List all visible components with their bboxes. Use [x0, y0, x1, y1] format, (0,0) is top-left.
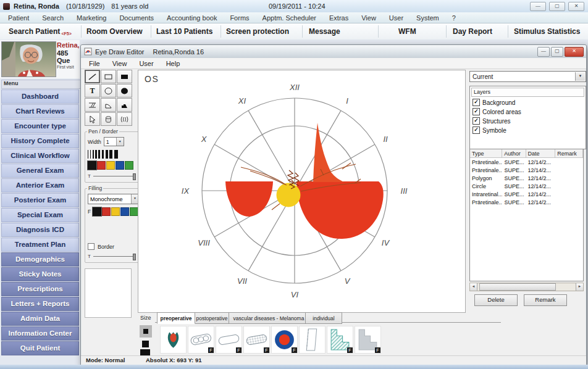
sidebar-item-diagnosis-icd[interactable]: Diagnosis ICD — [1, 223, 79, 237]
filled-rectangle-tool-button[interactable] — [117, 70, 132, 83]
table-row[interactable]: CircleSUPE... 12/14/2... — [470, 182, 583, 190]
sidebar-item-chart-reviews[interactable]: Chart Reviews — [1, 104, 79, 118]
sidebar-item-posterior-exam[interactable]: Posterior Exam — [1, 193, 79, 207]
filled-polygon-tool-button[interactable] — [117, 98, 132, 112]
sidebar-item-general-exam[interactable]: General Exam — [1, 164, 79, 178]
size-small-option[interactable] — [140, 325, 152, 338]
filling-mode-select[interactable]: Monochrome — [88, 194, 139, 204]
scroll-left-icon[interactable] — [470, 283, 477, 291]
size-medium-option[interactable] — [142, 341, 149, 347]
polygon-tool-button[interactable] — [101, 98, 116, 112]
editor-menu-help[interactable]: Help — [166, 60, 180, 67]
stamp-tile-stairs-teal[interactable]: F — [327, 326, 353, 354]
editor-menu-view[interactable]: View — [112, 60, 127, 67]
remark-button[interactable]: Remark — [524, 294, 567, 306]
minimize-icon[interactable] — [530, 2, 546, 11]
pen-color-green[interactable] — [125, 161, 133, 170]
search-patient-button[interactable]: Search Patient <F5> — [9, 23, 72, 39]
ellipse-tool-button[interactable] — [101, 84, 116, 97]
layer-row-structures[interactable]: Structures — [471, 117, 584, 125]
tab-preoperative[interactable]: preoperative — [157, 312, 195, 324]
menu-item-marketing[interactable]: Marketing — [77, 14, 106, 22]
checkbox-checked-icon[interactable] — [472, 126, 480, 134]
editor-title-bar[interactable]: Eye Draw Editor Retina,Ronda 16 — [81, 45, 586, 59]
table-row[interactable]: Präretinale...SUPE... 12/14/2... — [470, 198, 583, 206]
sidebar-item-anterior-exam[interactable]: Anterior Exam — [1, 178, 79, 193]
sidebar-item-quit-patient[interactable]: Quit Patient — [1, 341, 79, 355]
fill-color-yellow[interactable] — [111, 207, 120, 216]
tab-individual[interactable]: individual — [305, 312, 342, 324]
border-checkbox[interactable] — [88, 243, 94, 250]
checkbox-checked-icon[interactable] — [472, 108, 480, 115]
sidebar-item-admin-data[interactable]: Admin Data — [1, 312, 79, 326]
menu-item-patient[interactable]: Patient — [8, 14, 29, 22]
hatch-tool-button[interactable] — [85, 98, 100, 112]
editor-menu-user[interactable]: User — [139, 60, 153, 67]
table-row[interactable]: Präretinale...SUPE... 12/14/2... — [470, 158, 583, 166]
stamp-tile-stairs-gray[interactable]: F — [355, 326, 381, 354]
maximize-icon[interactable] — [549, 2, 565, 11]
table-row[interactable]: PolygonSUPE... 12/14/2... — [470, 174, 583, 182]
table-row[interactable]: Präretinale...SUPE... 12/14/2... — [470, 166, 583, 174]
filled-ellipse-tool-button[interactable] — [117, 84, 132, 97]
close-icon[interactable] — [568, 2, 584, 11]
rectangle-tool-button[interactable] — [101, 70, 116, 83]
menu-item-view[interactable]: View — [361, 14, 376, 22]
editor-minimize-icon[interactable] — [537, 47, 550, 57]
menu-item-documents[interactable]: Documents — [119, 14, 154, 22]
stamp-tile-lesion[interactable] — [160, 326, 187, 354]
checkbox-checked-icon[interactable] — [472, 117, 480, 125]
last-10-patients-button[interactable]: Last 10 Patients — [156, 23, 212, 39]
tab-postoperative[interactable]: postoperative — [191, 312, 232, 324]
sidebar-item-information-center[interactable]: Information Center — [1, 326, 79, 341]
menu-item-user[interactable]: User — [389, 14, 403, 22]
eye-chart-svg[interactable]: XII I II III IV V VI VII VIII IX X XI — [138, 70, 465, 312]
editor-close-icon[interactable] — [565, 47, 584, 57]
pen-color-blue[interactable] — [116, 161, 124, 170]
sidebar-item-history-complete[interactable]: History Complete — [1, 134, 79, 148]
sidebar-item-sticky-notes[interactable]: Sticky Notes — [1, 267, 79, 281]
slider-thumb[interactable] — [133, 254, 136, 260]
fill-color-black[interactable] — [93, 207, 101, 216]
delete-button[interactable]: Delete — [474, 294, 518, 306]
fill-transparency-slider[interactable]: T — [88, 254, 136, 259]
checkbox-checked-icon[interactable] — [472, 99, 480, 106]
pen-color-red[interactable] — [97, 161, 106, 170]
menu-item-help[interactable]: ? — [452, 14, 456, 22]
pen-color-black[interactable] — [88, 161, 96, 170]
sidebar-item-treatment-plan[interactable]: Treatment Plan — [1, 238, 79, 252]
sidebar-item-clinical-workflow[interactable]: Clinical Workflow — [1, 149, 79, 163]
slider-thumb[interactable] — [133, 173, 136, 180]
screen-protection-button[interactable]: Screen protection — [226, 23, 289, 39]
stamp-tool-button[interactable] — [117, 112, 132, 126]
editor-menu-file[interactable]: File — [89, 60, 100, 67]
tab-vascular-diseases-melanoma[interactable]: vascular diseases - Melanoma — [229, 312, 309, 324]
stamp-tile-trapezoid[interactable] — [299, 326, 326, 354]
pen-color-yellow[interactable] — [106, 161, 115, 170]
layer-row-colored-areas[interactable]: Colored areas — [471, 108, 584, 115]
col-header-date[interactable]: Date — [526, 149, 556, 158]
wfm-button[interactable]: WFM — [398, 23, 416, 39]
stimulus-statistics-button[interactable]: Stimulus Statistics — [514, 23, 580, 39]
menu-item-apptm-scheduler[interactable]: Apptm. Scheduler — [262, 14, 316, 22]
stamp-tile-target[interactable]: F — [271, 326, 298, 354]
select-tool-button[interactable] — [85, 112, 100, 126]
fill-color-blue[interactable] — [120, 207, 129, 216]
sidebar-item-letters-reports[interactable]: Letters + Reports — [1, 297, 79, 311]
col-header-type[interactable]: Type — [470, 149, 502, 158]
day-report-button[interactable]: Day Report — [453, 23, 492, 39]
menu-item-search[interactable]: Search — [42, 14, 64, 22]
stamp-tile-capsule-cells[interactable]: F — [188, 326, 214, 354]
menu-item-accounting-book[interactable]: Accounting book — [167, 14, 217, 22]
stamp-tile-capsule-hatched[interactable]: F — [243, 326, 270, 354]
text-tool-button[interactable]: T — [85, 84, 100, 97]
sidebar-item-encounter-type[interactable]: Encounter type — [1, 119, 79, 133]
room-overview-button[interactable]: Room Overview — [86, 23, 143, 39]
line-tool-button[interactable] — [85, 70, 100, 83]
col-header-remark[interactable]: Remark — [555, 149, 583, 158]
fill-color-red[interactable] — [102, 207, 111, 216]
sidebar-item-prescriptions[interactable]: Prescriptions — [1, 282, 79, 296]
scroll-right-icon[interactable] — [576, 283, 583, 291]
view-select[interactable]: Current — [469, 71, 586, 82]
editor-maximize-icon[interactable] — [551, 47, 563, 57]
